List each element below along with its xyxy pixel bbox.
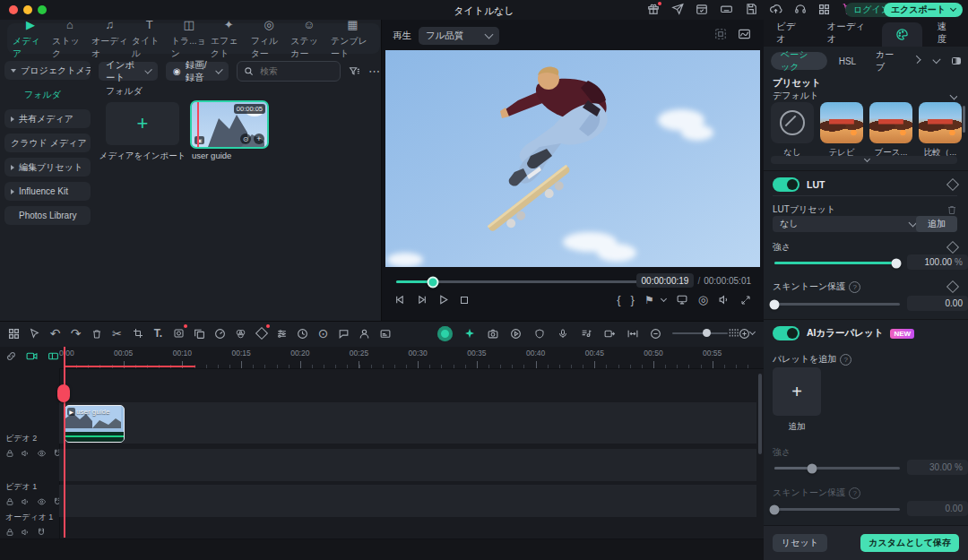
video-preview-canvas[interactable] — [385, 50, 760, 267]
preset-category-dropdown[interactable]: デフォルト — [773, 90, 957, 103]
track-manager-icon[interactable] — [727, 326, 740, 340]
marker-flag-button[interactable]: ⚑ — [644, 294, 666, 306]
undo-icon[interactable]: ↶ — [48, 326, 62, 340]
sidebar-item-4[interactable]: クラウド メディア — [4, 134, 91, 152]
ai-strength-value[interactable]: 30.00% — [907, 460, 968, 475]
sidebar-item-6[interactable]: Influence Kit — [4, 182, 91, 201]
duration-icon[interactable] — [296, 326, 309, 340]
add-palette-tile[interactable]: + — [773, 367, 821, 416]
save-icon[interactable] — [745, 3, 757, 15]
filter-icon[interactable] — [349, 65, 360, 77]
support-icon[interactable] — [794, 3, 807, 15]
track-lane-video2[interactable] — [59, 402, 756, 444]
chain-link-icon[interactable] — [5, 350, 17, 362]
preset-expander[interactable] — [771, 156, 957, 164]
eye-icon[interactable] — [37, 449, 47, 458]
auto-ripple-icon[interactable] — [25, 350, 39, 362]
quality-dropdown[interactable]: フル品質 — [419, 27, 499, 45]
gift-icon[interactable] — [647, 3, 660, 15]
preset-tile-3[interactable]: ブース... — [869, 102, 912, 159]
record-dropdown[interactable]: ◉録画/録音 — [166, 62, 229, 81]
tab-video[interactable]: ビデオ — [764, 20, 814, 47]
media-tab-7[interactable]: ◎フィルター — [251, 18, 288, 60]
media-tab-8[interactable]: ☺ステッカー — [290, 18, 327, 60]
import-media-tile[interactable]: + — [106, 102, 179, 145]
motion-tracking-icon[interactable]: ⊙ — [316, 326, 330, 340]
captions-icon[interactable] — [378, 326, 392, 340]
lut-strength-keyframe-icon[interactable] — [946, 241, 959, 254]
track-manager-caret-icon[interactable] — [749, 329, 756, 335]
zoom-out-icon[interactable] — [649, 326, 662, 340]
timeline-vscrollbar[interactable] — [758, 374, 762, 454]
announce-icon[interactable] — [671, 3, 684, 15]
timeline-clip[interactable]: ▶ user guide — [65, 405, 125, 443]
lut-strength-slider[interactable] — [774, 262, 900, 264]
ai-strength-slider[interactable] — [774, 467, 900, 470]
microphone-icon[interactable] — [556, 326, 569, 340]
preset-tile-1[interactable]: なし — [771, 102, 814, 159]
track-lane-audio1[interactable] — [59, 485, 756, 517]
lock-icon[interactable] — [5, 528, 14, 537]
track-lane-video1[interactable] — [59, 449, 756, 481]
lock-icon[interactable] — [5, 449, 14, 458]
clip-add-icon[interactable]: + — [254, 134, 264, 144]
subtab-basic[interactable]: ベーシック — [771, 52, 827, 70]
shield-icon[interactable] — [532, 326, 546, 340]
media-clip-tile[interactable]: 00:00:05 ▣ ⊙ + — [190, 100, 269, 149]
eye-icon[interactable] — [37, 497, 47, 506]
keyframe-icon[interactable] — [255, 326, 268, 340]
mirror-display-icon[interactable] — [676, 294, 688, 306]
media-tab-4[interactable]: Tタイトル — [132, 18, 168, 60]
track-header-video2[interactable]: ビデオ 2 — [5, 433, 62, 458]
snapshot-camera-icon[interactable] — [486, 326, 499, 340]
stop-icon[interactable] — [459, 295, 470, 306]
delete-icon[interactable] — [90, 326, 103, 340]
speed-icon[interactable] — [213, 326, 227, 340]
timeline-snap-icon[interactable] — [47, 350, 60, 362]
layout-grid-icon[interactable] — [714, 28, 727, 40]
play-icon[interactable] — [437, 294, 449, 306]
ai-sparkle-icon[interactable] — [462, 326, 476, 340]
magnet-icon[interactable] — [37, 528, 46, 537]
fullscreen-icon[interactable] — [740, 295, 751, 306]
mark-out-icon[interactable]: } — [631, 293, 635, 306]
adjust-icon[interactable] — [275, 326, 289, 340]
lut-skin-slider[interactable] — [774, 303, 900, 306]
tab-audio[interactable]: オーディオ — [814, 20, 881, 47]
ai-skin-slider[interactable] — [774, 508, 900, 511]
sidebar-item-5[interactable]: 編集プリセット — [4, 158, 91, 177]
clip-speed-icon[interactable]: ⊙ — [240, 134, 251, 144]
audio-mixer-icon[interactable] — [579, 326, 592, 340]
sidebar-item-3[interactable]: 共有メディア — [4, 109, 91, 128]
apps-icon[interactable] — [818, 4, 830, 15]
mask-icon[interactable] — [172, 326, 186, 340]
media-tab-6[interactable]: ✦エフェクト — [211, 18, 247, 60]
lut-keyframe-icon[interactable] — [946, 178, 959, 191]
preview-progress[interactable] — [396, 280, 640, 283]
lut-skin-value[interactable]: 0.00 — [907, 296, 968, 311]
sidebar-item-2[interactable]: フォルダ — [4, 85, 91, 104]
tab-speed[interactable]: 速度 — [922, 20, 968, 47]
track-header-video1[interactable]: ビデオ 1 — [5, 481, 62, 506]
media-tab-2[interactable]: ⌂ストック — [52, 18, 88, 60]
reset-button[interactable]: リセット — [773, 534, 827, 552]
scopes-icon[interactable] — [738, 28, 751, 40]
export-clip-icon[interactable] — [602, 326, 616, 340]
lut-toggle[interactable] — [773, 177, 799, 192]
sidebar-item-7[interactable]: Photos Library — [4, 206, 91, 225]
next-frame-icon[interactable] — [416, 294, 428, 306]
subtab-curve[interactable]: カーブ — [868, 52, 905, 70]
subtab-expand-icon[interactable] — [933, 56, 941, 64]
search-box[interactable] — [237, 61, 341, 82]
split-icon[interactable]: ✂ — [110, 326, 124, 340]
record-icon[interactable] — [436, 325, 453, 341]
speaker-icon[interactable] — [21, 449, 30, 458]
lut-skin-keyframe-icon[interactable] — [946, 280, 959, 293]
avatar-icon[interactable] — [358, 326, 371, 340]
sidebar-item-1[interactable]: プロジェクトメデ... — [4, 61, 91, 80]
keyboard-icon[interactable] — [720, 3, 733, 15]
range-icon[interactable] — [626, 326, 639, 340]
lut-strength-value[interactable]: 100.00% — [907, 254, 968, 270]
tab-color[interactable] — [882, 22, 923, 47]
speaker-icon[interactable] — [21, 528, 30, 537]
